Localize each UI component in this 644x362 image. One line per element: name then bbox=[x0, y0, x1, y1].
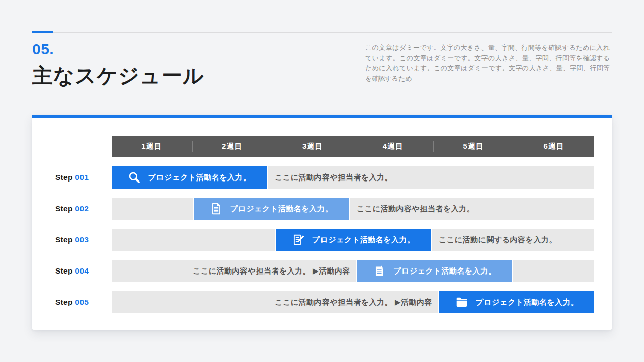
step-label-number: 001 bbox=[75, 173, 89, 182]
slide: 05. 主なスケジュール この文章はダミーです。文字の大きさ、量、字間、行間等を… bbox=[0, 0, 644, 362]
timeline-bar-track: ここに活動内容や担当者を入力。 ▶活動内容プロジェクト活動名を入力。 bbox=[112, 291, 594, 313]
timeline-bar-track: ここに活動内容や担当者を入力。 ▶活動内容プロジェクト活動名を入力。 bbox=[112, 260, 594, 282]
page-title: 主なスケジュール bbox=[32, 62, 204, 90]
week-header-cell: 1週目 bbox=[112, 136, 192, 157]
activity-bar-label: プロジェクト活動名を入力。 bbox=[148, 173, 251, 183]
step-label: Step 002 bbox=[32, 204, 112, 213]
step-label: Step 003 bbox=[32, 235, 112, 244]
step-label-prefix: Step bbox=[55, 204, 73, 213]
step-label: Step 001 bbox=[32, 173, 112, 182]
track-note-segment: ここに活動内容や担当者を入力。 bbox=[350, 198, 594, 220]
week-header-row: 1週目2週目3週目4週目5週目6週目 bbox=[112, 136, 594, 157]
track-note-segment: ここに活動内容や担当者を入力。 ▶活動内容 bbox=[112, 260, 356, 282]
header-rule bbox=[32, 32, 612, 33]
card-accent-bar bbox=[32, 115, 612, 118]
step-label-number: 004 bbox=[75, 266, 89, 275]
track-note-label: ここに活動内容や担当者を入力。 bbox=[275, 173, 392, 183]
week-header-cell: 5週目 bbox=[433, 136, 514, 157]
track-empty-segment bbox=[112, 229, 275, 251]
memo-icon bbox=[373, 264, 386, 278]
week-header-cell: 3週目 bbox=[273, 136, 353, 157]
step-label-prefix: Step bbox=[55, 298, 73, 306]
accent-dash bbox=[32, 31, 53, 33]
timeline-bar-track: プロジェクト活動名を入力。ここに活動内容や担当者を入力。 bbox=[112, 198, 594, 220]
track-note-label: ここに活動に関する内容を入力。 bbox=[439, 235, 557, 245]
track-note-label: ここに活動内容や担当者を入力。 bbox=[357, 204, 474, 214]
timeline-bar-track: プロジェクト活動名を入力。ここに活動内容や担当者を入力。 bbox=[112, 166, 594, 189]
dummy-description-text: この文章はダミーです。文字の大きさ、量、字間、行間等を確認するために入れています… bbox=[365, 43, 610, 84]
track-note-segment: ここに活動に関する内容を入力。 bbox=[432, 229, 594, 251]
step-label: Step 005 bbox=[32, 298, 112, 307]
activity-bar-label: プロジェクト活動名を入力。 bbox=[230, 204, 333, 214]
timeline-row: Step 005ここに活動内容や担当者を入力。 ▶活動内容プロジェクト活動名を入… bbox=[32, 291, 612, 313]
timeline-row: Step 001プロジェクト活動名を入力。ここに活動内容や担当者を入力。 bbox=[32, 166, 612, 189]
week-header-cell: 4週目 bbox=[353, 136, 433, 157]
step-label-prefix: Step bbox=[55, 173, 73, 182]
step-label-number: 003 bbox=[75, 235, 89, 244]
activity-bar-label: プロジェクト活動名を入力。 bbox=[476, 298, 579, 307]
timeline-bar-track: プロジェクト活動名を入力。ここに活動に関する内容を入力。 bbox=[112, 229, 594, 251]
activity-bar: プロジェクト活動名を入力。 bbox=[194, 198, 349, 220]
activity-bar: プロジェクト活動名を入力。 bbox=[112, 166, 267, 189]
step-label-prefix: Step bbox=[55, 266, 73, 275]
track-note-label: ここに活動内容や担当者を入力。 ▶活動内容 bbox=[193, 266, 350, 276]
activity-bar-label: プロジェクト活動名を入力。 bbox=[393, 266, 496, 276]
timeline-row: Step 003プロジェクト活動名を入力。ここに活動に関する内容を入力。 bbox=[32, 229, 612, 251]
schedule-timeline: 1週目2週目3週目4週目5週目6週目 Step 001プロジェクト活動名を入力。… bbox=[32, 118, 612, 313]
activity-bar-label: プロジェクト活動名を入力。 bbox=[312, 235, 415, 245]
step-label: Step 004 bbox=[32, 266, 112, 276]
track-note-segment: ここに活動内容や担当者を入力。 ▶活動内容 bbox=[112, 291, 438, 313]
activity-bar: プロジェクト活動名を入力。 bbox=[276, 229, 431, 251]
edit-document-icon bbox=[292, 233, 305, 246]
week-header-cell: 2週目 bbox=[192, 136, 273, 157]
timeline-row: Step 002プロジェクト活動名を入力。ここに活動内容や担当者を入力。 bbox=[32, 198, 612, 220]
timeline-row: Step 004ここに活動内容や担当者を入力。 ▶活動内容プロジェクト活動名を入… bbox=[32, 260, 612, 282]
document-icon bbox=[210, 202, 223, 215]
search-icon bbox=[128, 171, 141, 184]
activity-bar: プロジェクト活動名を入力。 bbox=[357, 260, 512, 282]
step-label-number: 002 bbox=[75, 204, 89, 213]
activity-bar: プロジェクト活動名を入力。 bbox=[439, 291, 594, 313]
week-header-cell: 6週目 bbox=[514, 136, 594, 157]
track-note-segment: ここに活動内容や担当者を入力。 bbox=[268, 166, 594, 189]
track-note-label: ここに活動内容や担当者を入力。 ▶活動内容 bbox=[275, 298, 432, 307]
step-label-number: 005 bbox=[75, 298, 89, 306]
track-empty-segment bbox=[112, 198, 193, 220]
timeline-rows: Step 001プロジェクト活動名を入力。ここに活動内容や担当者を入力。Step… bbox=[32, 166, 612, 313]
step-label-prefix: Step bbox=[55, 235, 73, 244]
folder-icon bbox=[455, 296, 468, 309]
track-empty-segment bbox=[513, 260, 594, 282]
section-number: 05. bbox=[32, 41, 54, 58]
schedule-card: 1週目2週目3週目4週目5週目6週目 Step 001プロジェクト活動名を入力。… bbox=[32, 115, 612, 330]
